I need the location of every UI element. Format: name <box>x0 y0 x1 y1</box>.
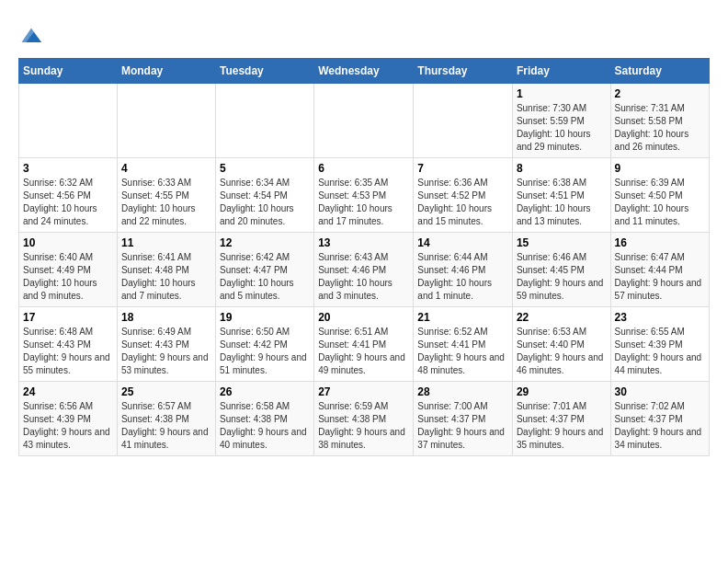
day-number: 3 <box>23 162 113 175</box>
day-number: 26 <box>220 385 310 398</box>
logo <box>18 23 48 49</box>
day-info: Sunrise: 6:43 AM Sunset: 4:46 PM Dayligh… <box>318 251 409 303</box>
column-header-monday: Monday <box>117 59 215 84</box>
day-info: Sunrise: 6:49 AM Sunset: 4:43 PM Dayligh… <box>121 326 211 377</box>
calendar-cell: 12Sunrise: 6:42 AM Sunset: 4:47 PM Dayli… <box>216 233 314 307</box>
day-info: Sunrise: 6:38 AM Sunset: 4:51 PM Dayligh… <box>517 177 607 228</box>
calendar-cell <box>314 84 414 158</box>
calendar-week-row: 24Sunrise: 6:56 AM Sunset: 4:39 PM Dayli… <box>19 382 710 456</box>
column-header-thursday: Thursday <box>414 59 513 84</box>
calendar-table: SundayMondayTuesdayWednesdayThursdayFrid… <box>18 58 710 456</box>
calendar-header-row: SundayMondayTuesdayWednesdayThursdayFrid… <box>19 59 710 84</box>
calendar-cell: 16Sunrise: 6:47 AM Sunset: 4:44 PM Dayli… <box>610 233 709 307</box>
day-number: 11 <box>121 236 211 249</box>
day-info: Sunrise: 6:41 AM Sunset: 4:48 PM Dayligh… <box>121 251 211 303</box>
day-info: Sunrise: 6:48 AM Sunset: 4:43 PM Dayligh… <box>23 326 113 377</box>
day-number: 30 <box>615 385 705 398</box>
calendar-week-row: 1Sunrise: 7:30 AM Sunset: 5:59 PM Daylig… <box>19 84 710 158</box>
column-header-friday: Friday <box>512 59 610 84</box>
calendar-cell: 24Sunrise: 6:56 AM Sunset: 4:39 PM Dayli… <box>19 382 118 456</box>
calendar-week-row: 3Sunrise: 6:32 AM Sunset: 4:56 PM Daylig… <box>19 158 710 233</box>
day-number: 20 <box>318 311 409 324</box>
day-number: 14 <box>417 236 508 249</box>
day-number: 16 <box>615 236 705 249</box>
column-header-saturday: Saturday <box>610 59 709 84</box>
logo-icon <box>18 23 44 49</box>
day-info: Sunrise: 6:55 AM Sunset: 4:39 PM Dayligh… <box>615 326 705 377</box>
day-number: 6 <box>318 162 409 175</box>
day-info: Sunrise: 6:52 AM Sunset: 4:41 PM Dayligh… <box>417 326 508 377</box>
day-info: Sunrise: 6:33 AM Sunset: 4:55 PM Dayligh… <box>121 177 211 228</box>
page-header <box>18 18 710 49</box>
calendar-cell: 7Sunrise: 6:36 AM Sunset: 4:52 PM Daylig… <box>414 158 513 233</box>
day-number: 10 <box>23 236 113 249</box>
day-info: Sunrise: 6:44 AM Sunset: 4:46 PM Dayligh… <box>417 251 508 303</box>
calendar-cell: 15Sunrise: 6:46 AM Sunset: 4:45 PM Dayli… <box>512 233 610 307</box>
day-number: 17 <box>23 311 113 324</box>
column-header-tuesday: Tuesday <box>216 59 314 84</box>
calendar-cell: 23Sunrise: 6:55 AM Sunset: 4:39 PM Dayli… <box>610 307 709 382</box>
day-info: Sunrise: 6:42 AM Sunset: 4:47 PM Dayligh… <box>220 251 310 303</box>
calendar-cell <box>216 84 314 158</box>
day-info: Sunrise: 6:39 AM Sunset: 4:50 PM Dayligh… <box>615 177 705 228</box>
calendar-cell <box>117 84 215 158</box>
calendar-cell: 14Sunrise: 6:44 AM Sunset: 4:46 PM Dayli… <box>414 233 513 307</box>
day-number: 12 <box>220 236 310 249</box>
calendar-cell: 22Sunrise: 6:53 AM Sunset: 4:40 PM Dayli… <box>512 307 610 382</box>
calendar-cell: 13Sunrise: 6:43 AM Sunset: 4:46 PM Dayli… <box>314 233 414 307</box>
calendar-cell: 27Sunrise: 6:59 AM Sunset: 4:38 PM Dayli… <box>314 382 414 456</box>
calendar-cell: 5Sunrise: 6:34 AM Sunset: 4:54 PM Daylig… <box>216 158 314 233</box>
calendar-cell: 25Sunrise: 6:57 AM Sunset: 4:38 PM Dayli… <box>117 382 215 456</box>
calendar-cell <box>414 84 513 158</box>
day-info: Sunrise: 6:40 AM Sunset: 4:49 PM Dayligh… <box>23 251 113 303</box>
day-number: 4 <box>121 162 211 175</box>
column-header-wednesday: Wednesday <box>314 59 414 84</box>
day-info: Sunrise: 6:34 AM Sunset: 4:54 PM Dayligh… <box>220 177 310 228</box>
calendar-cell: 30Sunrise: 7:02 AM Sunset: 4:37 PM Dayli… <box>610 382 709 456</box>
day-number: 19 <box>220 311 310 324</box>
day-info: Sunrise: 6:59 AM Sunset: 4:38 PM Dayligh… <box>318 400 409 452</box>
day-info: Sunrise: 6:57 AM Sunset: 4:38 PM Dayligh… <box>121 400 211 452</box>
day-info: Sunrise: 6:46 AM Sunset: 4:45 PM Dayligh… <box>517 251 607 303</box>
column-header-sunday: Sunday <box>19 59 118 84</box>
calendar-cell: 20Sunrise: 6:51 AM Sunset: 4:41 PM Dayli… <box>314 307 414 382</box>
day-number: 7 <box>417 162 508 175</box>
day-info: Sunrise: 6:58 AM Sunset: 4:38 PM Dayligh… <box>220 400 310 452</box>
calendar-cell: 11Sunrise: 6:41 AM Sunset: 4:48 PM Dayli… <box>117 233 215 307</box>
calendar-cell <box>19 84 118 158</box>
day-info: Sunrise: 6:47 AM Sunset: 4:44 PM Dayligh… <box>615 251 705 303</box>
day-info: Sunrise: 6:50 AM Sunset: 4:42 PM Dayligh… <box>220 326 310 377</box>
day-info: Sunrise: 7:00 AM Sunset: 4:37 PM Dayligh… <box>417 400 508 452</box>
day-number: 22 <box>517 311 607 324</box>
day-info: Sunrise: 7:30 AM Sunset: 5:59 PM Dayligh… <box>517 102 607 154</box>
day-info: Sunrise: 6:56 AM Sunset: 4:39 PM Dayligh… <box>23 400 113 452</box>
day-number: 21 <box>417 311 508 324</box>
calendar-cell: 3Sunrise: 6:32 AM Sunset: 4:56 PM Daylig… <box>19 158 118 233</box>
day-number: 25 <box>121 385 211 398</box>
day-number: 15 <box>517 236 607 249</box>
day-info: Sunrise: 7:31 AM Sunset: 5:58 PM Dayligh… <box>615 102 705 154</box>
day-number: 1 <box>517 87 607 100</box>
day-number: 18 <box>121 311 211 324</box>
day-number: 24 <box>23 385 113 398</box>
calendar-cell: 10Sunrise: 6:40 AM Sunset: 4:49 PM Dayli… <box>19 233 118 307</box>
calendar-cell: 1Sunrise: 7:30 AM Sunset: 5:59 PM Daylig… <box>512 84 610 158</box>
calendar-week-row: 17Sunrise: 6:48 AM Sunset: 4:43 PM Dayli… <box>19 307 710 382</box>
day-number: 29 <box>517 385 607 398</box>
day-number: 5 <box>220 162 310 175</box>
calendar-cell: 26Sunrise: 6:58 AM Sunset: 4:38 PM Dayli… <box>216 382 314 456</box>
day-info: Sunrise: 6:51 AM Sunset: 4:41 PM Dayligh… <box>318 326 409 377</box>
calendar-cell: 2Sunrise: 7:31 AM Sunset: 5:58 PM Daylig… <box>610 84 709 158</box>
calendar-cell: 9Sunrise: 6:39 AM Sunset: 4:50 PM Daylig… <box>610 158 709 233</box>
calendar-cell: 18Sunrise: 6:49 AM Sunset: 4:43 PM Dayli… <box>117 307 215 382</box>
day-number: 27 <box>318 385 409 398</box>
calendar-cell: 4Sunrise: 6:33 AM Sunset: 4:55 PM Daylig… <box>117 158 215 233</box>
calendar-cell: 29Sunrise: 7:01 AM Sunset: 4:37 PM Dayli… <box>512 382 610 456</box>
calendar-cell: 21Sunrise: 6:52 AM Sunset: 4:41 PM Dayli… <box>414 307 513 382</box>
day-info: Sunrise: 7:02 AM Sunset: 4:37 PM Dayligh… <box>615 400 705 452</box>
day-info: Sunrise: 6:35 AM Sunset: 4:53 PM Dayligh… <box>318 177 409 228</box>
calendar-cell: 28Sunrise: 7:00 AM Sunset: 4:37 PM Dayli… <box>414 382 513 456</box>
day-number: 23 <box>615 311 705 324</box>
day-number: 9 <box>615 162 705 175</box>
day-info: Sunrise: 6:36 AM Sunset: 4:52 PM Dayligh… <box>417 177 508 228</box>
